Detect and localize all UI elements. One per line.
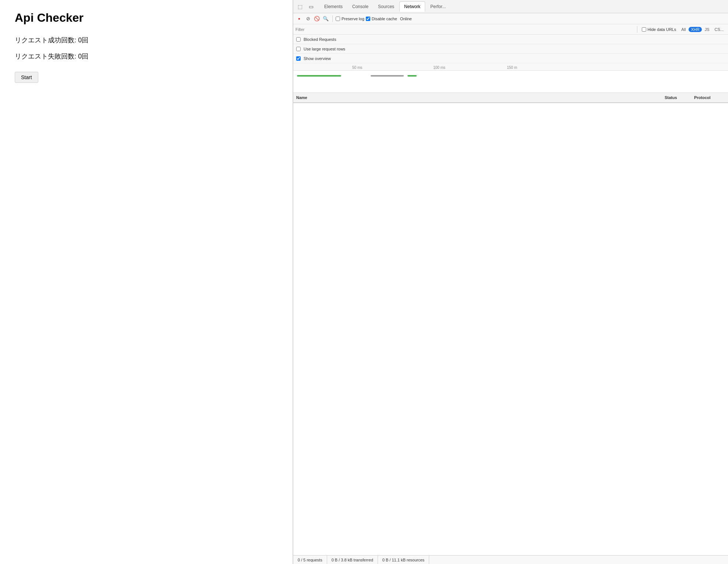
blocked-requests-label: Blocked Requests (304, 37, 336, 42)
devtools-tab-icons: ⬚ ▭ (295, 1, 316, 12)
tab-elements[interactable]: Elements (320, 1, 347, 12)
clear-icon[interactable]: 🚫 (313, 15, 321, 22)
large-rows-label: Use large request rows (304, 47, 345, 51)
filter-separator (637, 26, 637, 33)
blocked-requests-row: Blocked Requests (293, 35, 728, 44)
preserve-log-checkbox[interactable] (336, 17, 340, 21)
devtools-filter-row: Hide data URLs All XHR JS CS... (293, 24, 728, 35)
filter-type-buttons: All XHR JS CS... (679, 27, 726, 32)
stop-icon[interactable]: ⊘ (304, 15, 312, 22)
record-icon[interactable]: ● (295, 15, 303, 22)
hide-data-urls-label[interactable]: Hide data URLs (642, 27, 676, 32)
inspect-icon[interactable]: ⬚ (295, 1, 305, 12)
timeline-ruler: 50 ms 100 ms 150 m (293, 63, 728, 71)
devtools-toolbar: ● ⊘ 🚫 🔍 Preserve log Disable cache Onlin… (293, 13, 728, 24)
disable-cache-checkbox[interactable] (366, 17, 370, 21)
tick-100ms: 100 ms (433, 66, 445, 70)
show-overview-checkbox[interactable] (296, 56, 301, 61)
table-body (293, 103, 728, 555)
tab-network[interactable]: Network (399, 1, 425, 12)
search-icon[interactable]: 🔍 (322, 15, 329, 22)
type-js[interactable]: JS (703, 27, 712, 32)
statusbar-requests: 0 / 5 requests (293, 556, 327, 564)
waterfall-bar-2 (371, 75, 404, 77)
table-header: Name Status Protocol (293, 93, 728, 103)
tick-50ms: 50 ms (352, 66, 362, 70)
statusbar-transferred: 0 B / 3.8 kB transferred (327, 556, 378, 564)
timeline-area: 50 ms 100 ms 150 m (293, 63, 728, 93)
page-title: Api Checker (15, 11, 278, 25)
waterfall-bar-1 (297, 75, 341, 77)
col-protocol: Protocol (691, 95, 728, 100)
tab-sources[interactable]: Sources (374, 1, 399, 12)
type-all[interactable]: All (679, 27, 688, 32)
waterfall-bar-3 (407, 75, 417, 77)
col-status: Status (662, 95, 691, 100)
tab-console[interactable]: Console (348, 1, 373, 12)
fail-count: リクエスト失敗回数: 0回 (15, 52, 278, 61)
tick-150ms: 150 m (507, 66, 517, 70)
large-rows-checkbox[interactable] (296, 47, 301, 51)
devtools-statusbar: 0 / 5 requests 0 B / 3.8 kB transferred … (293, 555, 728, 564)
success-count: リクエスト成功回数: 0回 (15, 36, 278, 45)
start-button[interactable]: Start (15, 72, 38, 83)
blocked-requests-checkbox[interactable] (296, 37, 301, 42)
disable-cache-label[interactable]: Disable cache (366, 17, 397, 21)
timeline-chart (293, 71, 728, 93)
tab-performance[interactable]: Perfor... (426, 1, 450, 12)
devtools-panel: ⬚ ▭ Elements Console Sources Network Per… (293, 0, 728, 564)
large-rows-row: Use large request rows (293, 44, 728, 54)
filter-input[interactable] (295, 27, 633, 32)
devtools-tabs: ⬚ ▭ Elements Console Sources Network Per… (293, 0, 728, 13)
type-xhr[interactable]: XHR (689, 27, 701, 32)
preserve-log-label[interactable]: Preserve log (336, 17, 364, 21)
device-icon[interactable]: ▭ (306, 1, 316, 12)
show-overview-row: Show overview (293, 54, 728, 63)
toolbar-separator-1 (332, 15, 333, 22)
online-label: Online (400, 17, 412, 21)
statusbar-resources: 0 B / 11.1 kB resources (378, 556, 429, 564)
browser-page: Api Checker リクエスト成功回数: 0回 リクエスト失敗回数: 0回 … (0, 0, 293, 564)
hide-data-urls-checkbox[interactable] (642, 27, 646, 32)
show-overview-label: Show overview (304, 56, 331, 61)
type-css[interactable]: CS... (713, 27, 726, 32)
col-name: Name (293, 95, 662, 100)
